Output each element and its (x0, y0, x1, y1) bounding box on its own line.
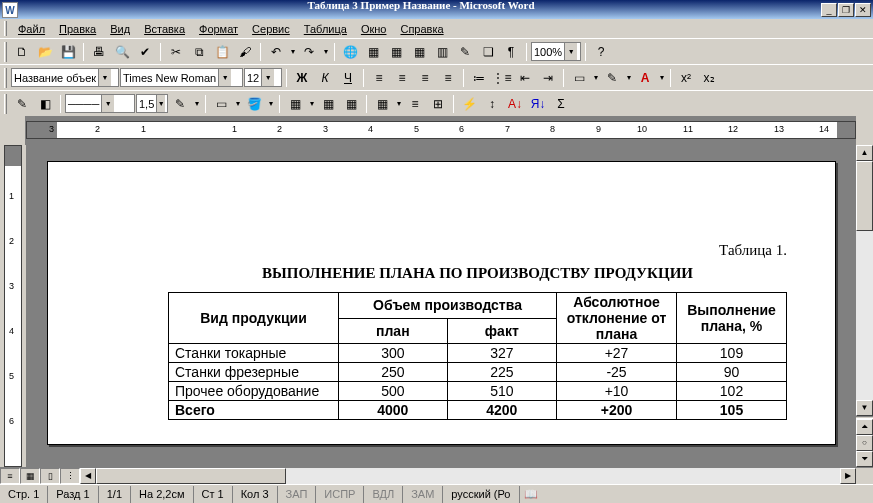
restore-button[interactable]: ❐ (838, 3, 854, 17)
distribute-cols-icon[interactable]: ⊞ (427, 93, 449, 115)
line-style-dropdown-icon[interactable]: ▼ (101, 95, 114, 112)
justify-icon[interactable]: ≡ (437, 67, 459, 89)
toolbar-handle[interactable] (4, 68, 7, 88)
help-icon[interactable]: ? (590, 41, 612, 63)
borders-icon[interactable]: ▭ (568, 67, 590, 89)
menu-handle[interactable] (4, 21, 7, 36)
bold-icon[interactable]: Ж (291, 67, 313, 89)
highlight-dropdown[interactable]: ▾ (624, 67, 633, 89)
scroll-left-icon[interactable]: ◀ (80, 468, 96, 484)
status-ovr[interactable]: ЗАМ (403, 486, 443, 503)
line-weight-combo[interactable]: 1,5▼ (136, 94, 168, 113)
text-direction-icon[interactable]: ↕ (481, 93, 503, 115)
scroll-down-icon[interactable]: ▼ (856, 400, 873, 416)
menu-file[interactable]: Файл (12, 22, 51, 36)
align-center-icon[interactable]: ≡ (391, 67, 413, 89)
menu-insert[interactable]: Вставка (138, 22, 191, 36)
vscroll-track[interactable] (856, 161, 873, 400)
status-trk[interactable]: ИСПР (316, 486, 364, 503)
page-viewport[interactable]: Таблица 1. ВЫПОЛНЕНИЕ ПЛАНА ПО ПРОИЗВОДС… (26, 145, 856, 467)
outside-border-icon[interactable]: ▭ (210, 93, 232, 115)
hyperlink-icon[interactable]: 🌐 (339, 41, 361, 63)
line-weight-dropdown-icon[interactable]: ▼ (156, 95, 165, 112)
doc-map-icon[interactable]: ❏ (477, 41, 499, 63)
italic-icon[interactable]: К (314, 67, 336, 89)
print-layout-view-icon[interactable]: ▯ (40, 468, 60, 484)
sort-desc-icon[interactable]: Я↓ (527, 93, 549, 115)
spellcheck-icon[interactable]: ✔ (134, 41, 156, 63)
scroll-right-icon[interactable]: ▶ (840, 468, 856, 484)
status-rec[interactable]: ЗАП (278, 486, 317, 503)
prev-page-icon[interactable]: ⏶ (856, 419, 873, 435)
print-icon[interactable]: 🖶 (88, 41, 110, 63)
sort-asc-icon[interactable]: А↓ (504, 93, 526, 115)
style-combo[interactable]: Название объек▼ (11, 68, 119, 87)
insert-table-icon[interactable]: ▦ (284, 93, 306, 115)
font-dropdown-icon[interactable]: ▼ (218, 69, 231, 86)
vertical-ruler[interactable]: 1 2 3 4 5 6 (4, 145, 22, 467)
document-page[interactable]: Таблица 1. ВЫПОЛНЕНИЕ ПЛАНА ПО ПРОИЗВОДС… (47, 161, 836, 445)
subscript-icon[interactable]: x₂ (698, 67, 720, 89)
show-hide-icon[interactable]: ¶ (500, 41, 522, 63)
hscroll-thumb[interactable] (96, 468, 286, 484)
toolbar-handle[interactable] (4, 94, 7, 114)
style-dropdown-icon[interactable]: ▼ (98, 69, 111, 86)
paste-icon[interactable]: 📋 (211, 41, 233, 63)
align-left-icon[interactable]: ≡ (368, 67, 390, 89)
new-doc-icon[interactable]: 🗋 (11, 41, 33, 63)
size-dropdown-icon[interactable]: ▼ (261, 69, 274, 86)
undo-icon[interactable]: ↶ (265, 41, 287, 63)
shading-color-icon[interactable]: 🪣 (243, 93, 265, 115)
autoformat-icon[interactable]: ⚡ (458, 93, 480, 115)
font-color-dropdown[interactable]: ▾ (657, 67, 666, 89)
spell-status-icon[interactable]: 📖 (524, 488, 538, 502)
status-ext[interactable]: ВДЛ (364, 486, 403, 503)
font-size-combo[interactable]: 12▼ (244, 68, 282, 87)
draw-table-icon[interactable]: ✎ (11, 93, 33, 115)
zoom-combo[interactable]: 100%▼ (531, 42, 581, 61)
border-color-dropdown[interactable]: ▾ (192, 93, 201, 115)
merge-cells-icon[interactable]: ▦ (317, 93, 339, 115)
horizontal-ruler[interactable]: 3 2 1 1 2 3 4 5 6 7 8 9 10 11 12 13 14 (26, 121, 856, 139)
menu-tools[interactable]: Сервис (246, 22, 296, 36)
close-button[interactable]: ✕ (855, 3, 871, 17)
browse-object-icon[interactable]: ○ (856, 435, 873, 451)
format-painter-icon[interactable]: 🖌 (234, 41, 256, 63)
border-color-icon[interactable]: ✎ (169, 93, 191, 115)
numbering-icon[interactable]: ≔ (468, 67, 490, 89)
redo-dropdown[interactable]: ▾ (321, 41, 330, 63)
autosum-icon[interactable]: Σ (550, 93, 572, 115)
insert-table-icon[interactable]: ▦ (385, 41, 407, 63)
outside-border-dropdown[interactable]: ▾ (233, 93, 242, 115)
copy-icon[interactable]: ⧉ (188, 41, 210, 63)
cut-icon[interactable]: ✂ (165, 41, 187, 63)
align-cell-icon[interactable]: ▦ (371, 93, 393, 115)
line-style-combo[interactable]: ────▼ (65, 94, 135, 113)
borders-dropdown[interactable]: ▾ (591, 67, 600, 89)
menu-table[interactable]: Таблица (298, 22, 353, 36)
menu-format[interactable]: Формат (193, 22, 244, 36)
menu-help[interactable]: Справка (394, 22, 449, 36)
split-cells-icon[interactable]: ▦ (340, 93, 362, 115)
menu-window[interactable]: Окно (355, 22, 393, 36)
underline-icon[interactable]: Ч (337, 67, 359, 89)
vertical-scrollbar[interactable]: ▲ ▼ ⏶ ○ ⏷ (856, 145, 873, 467)
toolbar-handle[interactable] (4, 42, 7, 62)
menu-view[interactable]: Вид (104, 22, 136, 36)
excel-icon[interactable]: ▦ (408, 41, 430, 63)
drawing-toolbar-icon[interactable]: ✎ (454, 41, 476, 63)
highlight-icon[interactable]: ✎ (601, 67, 623, 89)
superscript-icon[interactable]: x² (675, 67, 697, 89)
align-right-icon[interactable]: ≡ (414, 67, 436, 89)
redo-icon[interactable]: ↷ (298, 41, 320, 63)
distribute-rows-icon[interactable]: ≡ (404, 93, 426, 115)
align-cell-dropdown[interactable]: ▾ (394, 93, 403, 115)
insert-table-dropdown[interactable]: ▾ (307, 93, 316, 115)
decrease-indent-icon[interactable]: ⇤ (514, 67, 536, 89)
font-combo[interactable]: Times New Roman▼ (120, 68, 243, 87)
scroll-up-icon[interactable]: ▲ (856, 145, 873, 161)
save-icon[interactable]: 💾 (57, 41, 79, 63)
normal-view-icon[interactable]: ≡ (0, 468, 20, 484)
bullets-icon[interactable]: ⋮≡ (491, 67, 513, 89)
undo-dropdown[interactable]: ▾ (288, 41, 297, 63)
